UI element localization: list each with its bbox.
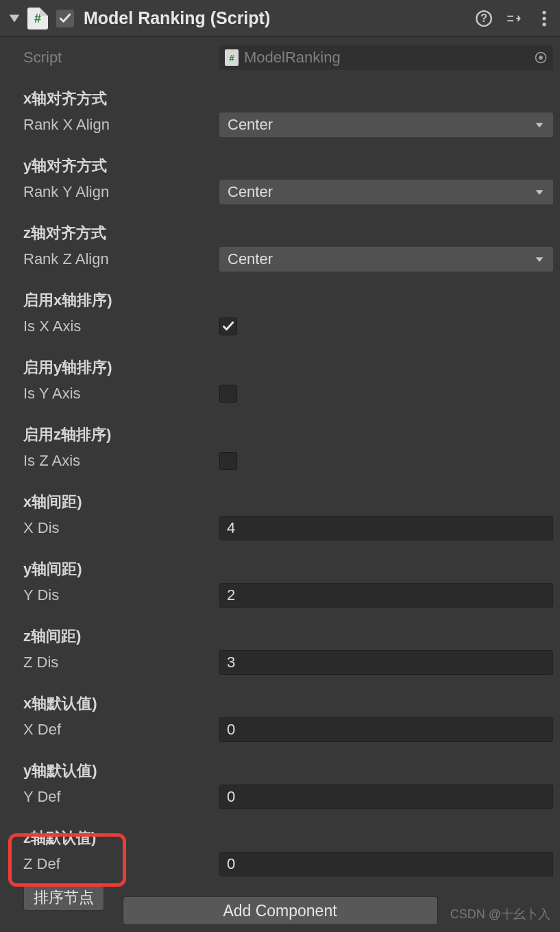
is-y-axis-checkbox[interactable] [219, 385, 237, 403]
y-dis-label: Y Dis [7, 586, 219, 604]
is-x-axis-checkbox[interactable] [219, 318, 237, 335]
script-file-icon: # [27, 8, 48, 29]
add-component-area: Add Component [0, 896, 560, 925]
rank-x-align-label: Rank X Align [7, 116, 219, 134]
is-z-axis-checkbox[interactable] [219, 452, 237, 470]
is-z-axis-row: Is Z Axis [7, 449, 553, 473]
is-x-axis-row: Is X Axis [7, 314, 553, 339]
rank-y-align-label: Rank Y Align [7, 183, 219, 201]
z-align-group-label: z轴对齐方式 [7, 223, 219, 243]
z-dis-group-label: z轴间距) [7, 626, 219, 647]
rank-x-align-row: Rank X Align Center [7, 112, 553, 137]
z-def-group-label: z轴默认值) [7, 828, 219, 848]
rank-x-align-dropdown[interactable]: Center [219, 112, 553, 137]
y-dis-input[interactable] [219, 583, 553, 608]
x-dis-row: X Dis [7, 516, 553, 540]
y-align-group-label: y轴对齐方式 [7, 156, 219, 176]
x-dis-input[interactable] [219, 516, 553, 540]
svg-point-6 [539, 56, 543, 60]
rank-y-align-dropdown[interactable]: Center [219, 180, 553, 204]
y-def-group-label: y轴默认值) [7, 761, 219, 781]
y-def-input[interactable] [219, 785, 553, 809]
z-dis-label: Z Dis [7, 654, 219, 671]
component-enabled-checkbox[interactable] [56, 10, 74, 27]
is-z-group-label: 启用z轴排序) [7, 425, 219, 445]
component-title: Model Ranking (Script) [84, 8, 463, 28]
x-dis-group-label: x轴间距) [7, 492, 219, 512]
script-label: Script [7, 49, 219, 67]
is-z-axis-label: Is Z Axis [7, 452, 219, 470]
x-def-row: X Def [7, 717, 553, 742]
component-body: Script # ModelRanking x轴对齐方式 Rank X Alig… [0, 37, 560, 911]
help-icon[interactable]: ? [475, 10, 493, 27]
is-x-axis-label: Is X Axis [7, 318, 219, 335]
svg-point-3 [542, 16, 546, 20]
rank-x-align-value: Center [228, 116, 273, 134]
chevron-down-icon [534, 254, 545, 265]
add-component-button[interactable]: Add Component [123, 896, 438, 925]
rank-y-align-value: Center [228, 183, 273, 201]
z-def-input[interactable] [219, 852, 553, 876]
svg-point-2 [542, 10, 546, 14]
y-dis-row: Y Dis [7, 583, 553, 608]
script-object-field: # ModelRanking [219, 45, 553, 70]
foldout-triangle-icon[interactable] [7, 11, 22, 26]
rank-z-align-dropdown[interactable]: Center [219, 247, 553, 272]
object-picker-icon[interactable] [534, 51, 548, 64]
is-y-axis-row: Is Y Axis [7, 381, 553, 406]
y-dis-group-label: y轴间距) [7, 559, 219, 579]
rank-z-align-value: Center [228, 250, 273, 268]
y-def-label: Y Def [7, 788, 219, 806]
is-y-group-label: 启用y轴排序) [7, 357, 219, 378]
x-def-group-label: x轴默认值) [7, 693, 219, 714]
z-dis-input[interactable] [219, 650, 553, 675]
kebab-menu-icon[interactable] [535, 10, 553, 27]
rank-y-align-row: Rank Y Align Center [7, 180, 553, 204]
preset-icon[interactable] [505, 10, 523, 27]
z-def-row: Z Def [7, 852, 553, 876]
svg-point-4 [542, 23, 546, 26]
chevron-down-icon [534, 119, 545, 130]
x-def-input[interactable] [219, 717, 553, 742]
y-def-row: Y Def [7, 785, 553, 809]
is-x-group-label: 启用x轴排序) [7, 290, 219, 311]
x-align-group-label: x轴对齐方式 [7, 88, 219, 109]
x-dis-label: X Dis [7, 519, 219, 537]
chevron-down-icon [534, 187, 545, 198]
script-object-icon: # [225, 49, 239, 66]
script-field-row: Script # ModelRanking [7, 45, 553, 70]
script-value: ModelRanking [244, 49, 341, 67]
svg-text:?: ? [480, 12, 487, 24]
z-def-label: Z Def [7, 855, 219, 873]
rank-z-align-label: Rank Z Align [7, 250, 219, 268]
is-y-axis-label: Is Y Axis [7, 385, 219, 403]
component-header: # Model Ranking (Script) ? [0, 0, 560, 37]
rank-z-align-row: Rank Z Align Center [7, 247, 553, 272]
x-def-label: X Def [7, 721, 219, 739]
z-dis-row: Z Dis [7, 650, 553, 675]
